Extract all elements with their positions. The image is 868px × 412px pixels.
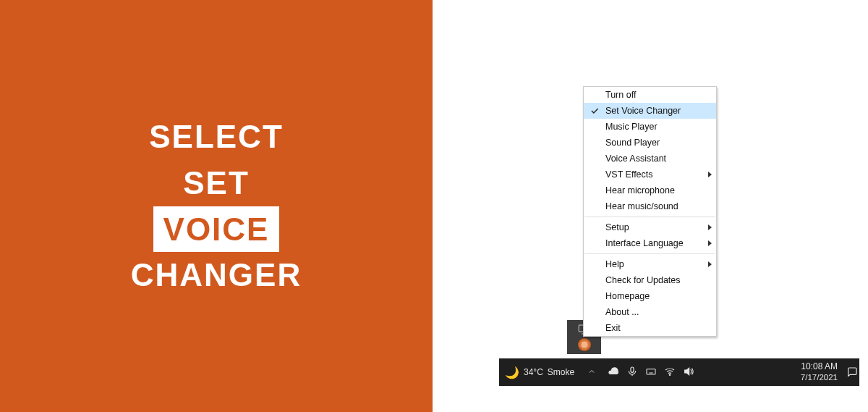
chevron-right-icon — [708, 261, 712, 267]
menu-item-hear-music-sound[interactable]: Hear music/sound — [584, 198, 716, 214]
microphone-icon[interactable] — [626, 366, 638, 379]
svg-marker-4 — [685, 368, 689, 374]
notifications-icon[interactable] — [845, 358, 859, 386]
taskbar-clock[interactable]: 10:08 AM 7/17/2021 — [795, 360, 845, 384]
svg-point-3 — [670, 374, 671, 375]
menu-item-label: Sound Player — [605, 138, 660, 148]
cloud-icon[interactable] — [608, 366, 619, 379]
tray-overflow-chevron[interactable] — [582, 367, 602, 378]
menu-item-vst-effects[interactable]: VST Effects — [584, 167, 716, 182]
swirl-icon — [578, 338, 591, 351]
menu-item-voice-assistant[interactable]: Voice Assistant — [584, 151, 716, 167]
menu-item-label: Set Voice Changer — [605, 106, 681, 116]
menu-item-label: About ... — [605, 307, 639, 317]
hero-line-4: CHANGER — [131, 252, 302, 298]
hero-line-3: VOICE — [153, 206, 280, 253]
menu-item-label: Setup — [605, 222, 629, 232]
menu-separator — [584, 216, 715, 217]
volume-icon[interactable] — [683, 366, 694, 379]
menu-item-label: Music Player — [605, 122, 658, 132]
wifi-icon[interactable] — [664, 366, 676, 379]
clock-time: 10:08 AM — [801, 361, 838, 372]
menu-item-interface-language[interactable]: Interface Language — [584, 235, 716, 251]
hero-line-1: SELECT — [131, 114, 302, 160]
menu-item-check-for-updates[interactable]: Check for Updates — [584, 272, 716, 288]
chevron-up-icon — [587, 368, 596, 378]
svg-rect-2 — [647, 369, 655, 374]
menu-item-hear-microphone[interactable]: Hear microphone — [584, 182, 716, 198]
weather-temp: 34°C — [524, 367, 543, 377]
menu-item-label: Homepage — [605, 291, 650, 301]
menu-item-music-player[interactable]: Music Player — [584, 119, 716, 135]
clock-date: 7/17/2021 — [801, 372, 838, 383]
chevron-right-icon — [708, 172, 712, 177]
menu-item-label: Voice Assistant — [605, 154, 666, 164]
svg-rect-1 — [631, 367, 634, 372]
menu-item-label: Help — [605, 259, 624, 269]
system-tray-icons — [602, 358, 700, 386]
menu-item-about[interactable]: About ... — [584, 304, 716, 320]
hero-line-2: SET — [131, 160, 302, 206]
menu-item-label: Hear microphone — [605, 185, 675, 196]
hero-panel: SELECT SET VOICE CHANGER — [0, 0, 433, 412]
menu-item-turn-off[interactable]: Turn off — [584, 87, 716, 103]
menu-item-exit[interactable]: Exit — [584, 320, 716, 336]
menu-item-label: Exit — [605, 323, 621, 333]
taskbar-weather[interactable]: 🌙 34°C Smoke — [499, 358, 582, 386]
moon-icon: 🌙 — [505, 366, 519, 379]
weather-condition: Smoke — [548, 367, 574, 377]
menu-item-label: Turn off — [605, 90, 636, 100]
menu-item-label: Interface Language — [605, 238, 684, 248]
menu-item-label: VST Effects — [605, 169, 653, 180]
menu-item-setup[interactable]: Setup — [584, 219, 716, 235]
menu-item-label: Check for Updates — [605, 275, 681, 285]
menu-item-set-voice-changer[interactable]: Set Voice Changer — [584, 103, 716, 119]
menu-item-homepage[interactable]: Homepage — [584, 288, 716, 304]
menu-item-label: Hear music/sound — [605, 201, 678, 211]
chevron-right-icon — [708, 224, 712, 230]
chevron-right-icon — [708, 240, 712, 246]
menu-separator — [584, 253, 715, 254]
check-icon — [590, 105, 600, 115]
hero-text: SELECT SET VOICE CHANGER — [131, 114, 302, 298]
tray-context-menu: Turn offSet Voice ChangerMusic PlayerSou… — [583, 86, 717, 337]
taskbar: 🌙 34°C Smoke 10:08 AM 7/17/2021 — [499, 358, 859, 386]
keyboard-icon[interactable] — [645, 366, 657, 379]
menu-item-help[interactable]: Help — [584, 256, 716, 272]
menu-item-sound-player[interactable]: Sound Player — [584, 135, 716, 151]
